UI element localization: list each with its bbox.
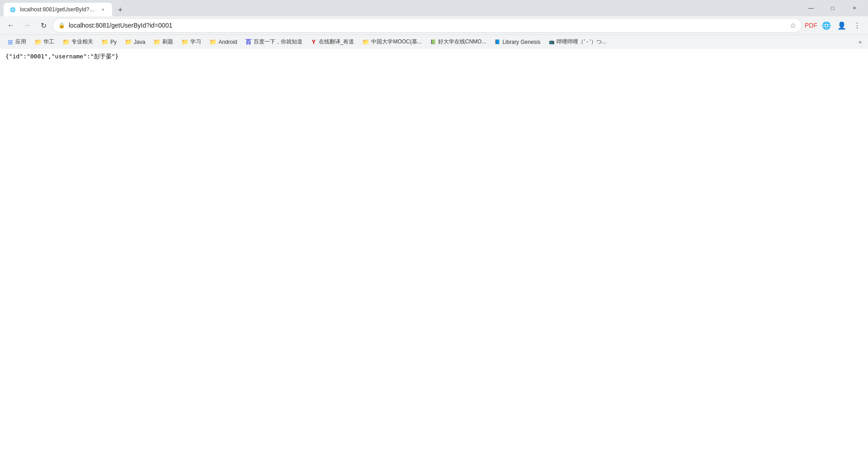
bookmark-java[interactable]: 📁 Java bbox=[121, 37, 149, 47]
active-tab[interactable]: 🌐 localhost:8081/getUserById?id=... × bbox=[4, 3, 112, 16]
url-text: localhost:8081/getUserById?id=0001 bbox=[69, 22, 786, 29]
tab-strip: 🌐 localhost:8081/getUserById?id=... × + bbox=[4, 0, 799, 16]
folder-icon: 📁 bbox=[153, 38, 160, 45]
bookmark-star-icon[interactable]: ☆ bbox=[790, 21, 796, 30]
bookmark-libgen-label: Library Genesis bbox=[502, 39, 540, 45]
folder-icon: 📁 bbox=[125, 38, 132, 45]
bookmark-huagong[interactable]: 📁 华工 bbox=[31, 37, 58, 47]
minimize-button[interactable]: — bbox=[801, 1, 821, 15]
bookmark-zhuanye[interactable]: 📁 专业相关 bbox=[59, 37, 97, 47]
refresh-button[interactable]: ↻ bbox=[36, 18, 51, 33]
response-json: {"id":"0001","username":"彭于晏"} bbox=[5, 53, 118, 60]
bookmark-huagong-label: 华工 bbox=[43, 38, 54, 46]
forward-button[interactable]: → bbox=[20, 18, 34, 33]
bookmark-haodaxue[interactable]: 📗 好大学在线CNMO... bbox=[426, 37, 490, 47]
bookmark-py[interactable]: 📁 Py bbox=[98, 37, 120, 47]
bookmarks-overflow-button[interactable]: » bbox=[856, 38, 864, 47]
bookmark-py-label: Py bbox=[110, 39, 117, 45]
bookmark-apps-label: 应用 bbox=[15, 38, 26, 46]
bilibili-icon: 📺 bbox=[548, 39, 555, 45]
back-button[interactable]: ← bbox=[4, 18, 18, 33]
folder-icon: 📁 bbox=[209, 38, 217, 45]
pdf-icon[interactable]: PDF bbox=[804, 18, 818, 33]
bookmark-java-label: Java bbox=[134, 39, 145, 45]
folder-icon: 📁 bbox=[34, 38, 42, 45]
menu-icon[interactable]: ⋮ bbox=[850, 18, 864, 33]
navigation-bar: ← → ↻ 🔒 localhost:8081/getUserById?id=00… bbox=[0, 16, 868, 34]
translate-icon[interactable]: 🌐 bbox=[819, 18, 834, 33]
security-icon: 🔒 bbox=[58, 22, 65, 28]
folder-icon: 📁 bbox=[62, 38, 70, 45]
address-bar[interactable]: 🔒 localhost:8081/getUserById?id=0001 ☆ bbox=[52, 18, 802, 33]
folder-icon: 📁 bbox=[362, 38, 369, 45]
bookmark-baidu-label: 百度一下，你就知道 bbox=[254, 38, 302, 46]
bookmark-apps[interactable]: ⊞ 应用 bbox=[4, 37, 30, 47]
bookmark-tiku[interactable]: 📁 刷题 bbox=[150, 37, 177, 47]
baidu-icon: 百 bbox=[245, 39, 252, 45]
account-icon[interactable]: 👤 bbox=[835, 18, 849, 33]
tab-close-button[interactable]: × bbox=[99, 6, 107, 13]
bookmark-xuexi[interactable]: 📁 学习 bbox=[178, 37, 205, 47]
bookmark-youdao[interactable]: Y 在线翻译_有道 bbox=[307, 37, 358, 47]
bookmarks-bar: ⊞ 应用 📁 华工 📁 专业相关 📁 Py 📁 Java 📁 刷题 📁 学习 bbox=[0, 34, 868, 49]
window-controls: — □ × bbox=[801, 1, 864, 15]
page-content: {"id":"0001","username":"彭于晏"} bbox=[0, 49, 868, 470]
haodaxue-icon: 📗 bbox=[430, 39, 436, 45]
bookmark-xuexi-label: 学习 bbox=[190, 38, 201, 46]
new-tab-button[interactable]: + bbox=[114, 4, 127, 16]
bookmark-zhuanye-label: 专业相关 bbox=[71, 38, 93, 46]
title-bar: 🌐 localhost:8081/getUserById?id=... × + … bbox=[0, 0, 868, 16]
libgen-icon: 📘 bbox=[494, 39, 500, 45]
tab-favicon: 🌐 bbox=[9, 6, 16, 13]
bookmark-youdao-label: 在线翻译_有道 bbox=[319, 38, 354, 46]
bookmark-haodaxue-label: 好大学在线CNMO... bbox=[438, 38, 486, 46]
maximize-button[interactable]: □ bbox=[823, 1, 843, 15]
bookmark-mooc[interactable]: 📁 中国大学MOOC(慕... bbox=[359, 37, 425, 47]
youdao-icon: Y bbox=[311, 39, 317, 45]
close-button[interactable]: × bbox=[844, 1, 864, 15]
bookmark-tiku-label: 刷题 bbox=[162, 38, 173, 46]
bookmark-android[interactable]: 📁 Android bbox=[206, 37, 241, 47]
bookmark-bilibili[interactable]: 📺 哔哩哔哩（' - '）つ... bbox=[545, 37, 609, 47]
toolbar-right: PDF 🌐 👤 ⋮ bbox=[804, 18, 864, 33]
browser-window: 🌐 localhost:8081/getUserById?id=... × + … bbox=[0, 0, 868, 470]
bookmark-mooc-label: 中国大学MOOC(慕... bbox=[371, 38, 421, 46]
folder-icon: 📁 bbox=[181, 38, 189, 45]
bookmark-baidu[interactable]: 百 百度一下，你就知道 bbox=[242, 37, 306, 47]
bookmark-libgen[interactable]: 📘 Library Genesis bbox=[491, 37, 544, 47]
bookmark-android-label: Android bbox=[218, 39, 237, 45]
tab-title: localhost:8081/getUserById?id=... bbox=[20, 6, 96, 13]
folder-icon: 📁 bbox=[101, 38, 108, 45]
apps-icon: ⊞ bbox=[7, 39, 14, 45]
bookmark-bilibili-label: 哔哩哔哩（' - '）つ... bbox=[557, 38, 606, 46]
